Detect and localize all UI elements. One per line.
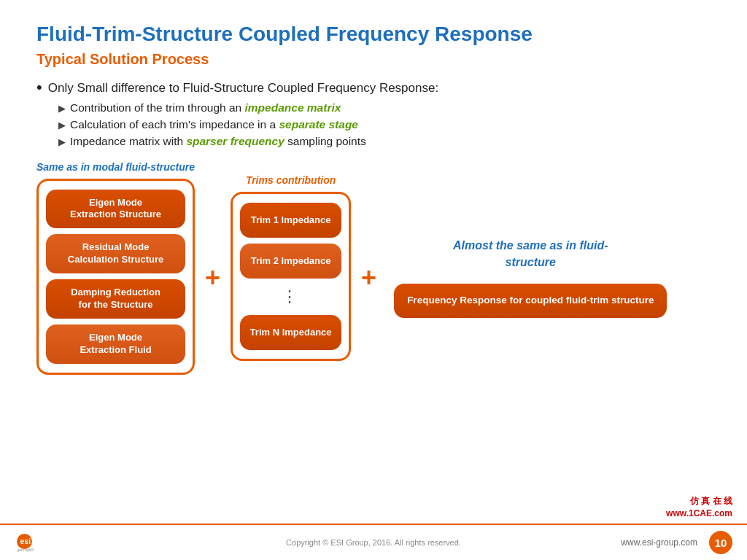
box-damping-reduction: Damping Reductionfor the Structure [46,279,185,319]
svg-text:get it right®: get it right® [18,548,35,552]
footer-copyright: Copyright © ESI Group, 2016. All rights … [286,538,461,547]
footer: esi get it right® Copyright © ESI Group,… [0,524,747,560]
arrow-icon-1: ▶ [58,103,66,114]
sub-bullet-1-text: Contribution of the trim through an impe… [70,101,341,114]
sub-bullet-1: ▶ Contribution of the trim through an im… [58,101,711,114]
highlight-impedance: impedance matrix [245,101,341,114]
bullet-dot: • [36,79,42,96]
dots-separator: ⋮ [240,284,341,309]
box-residual-mode: Residual ModeCalculation Structure [46,234,185,273]
bullet-section: • Only Small difference to Fluid-Structu… [36,81,711,148]
slide-subtitle: Typical Solution Process [36,51,711,68]
watermark-line2: www.1CAE.com [666,508,732,520]
left-box-group: Eigen ModeExtraction Structure Residual … [36,179,195,375]
almost-label: Almost the same as in fluid-structure [450,238,611,271]
highlight-sparser: sparser frequency [186,135,284,147]
box-trim1: Trim 1 Impedance [240,203,341,238]
watermark: 仿 真 在 线 www.1CAE.com [666,495,732,520]
box-eigen-mode-structure: Eigen ModeExtraction Structure [46,190,185,229]
slide-title: Fluid-Trim-Structure Coupled Frequency R… [36,22,711,47]
box-eigen-mode-fluid: Eigen ModeExtraction Fluid [46,324,185,364]
page-number: 10 [709,531,732,554]
esi-logo-svg: esi get it right® [15,530,58,555]
plus-icon-2: + [361,262,376,293]
label-left: Same as in modal fluid-structure [36,161,195,173]
watermark-line1: 仿 真 在 线 [666,495,732,508]
sub-bullet-3: ▶ Impedance matrix with sparser frequenc… [58,135,711,148]
footer-website: www.esi-group.com [621,537,697,548]
footer-logo: esi get it right® [15,530,58,555]
sub-bullet-3-text: Impedance matrix with sparser frequency … [70,135,366,148]
arrow-icon-3: ▶ [58,136,66,147]
result-box: Frequency Response for coupled fluid-tri… [394,284,667,318]
left-group-col: Same as in modal fluid-structure Eigen M… [36,161,195,375]
slide: Fluid-Trim-Structure Coupled Frequency R… [0,0,747,560]
highlight-separate: separate stage [279,118,358,131]
label-middle: Trims contribution [231,174,351,186]
footer-right: www.esi-group.com 10 [621,531,732,554]
svg-text:esi: esi [20,537,31,545]
box-trimN: Trim N Impedance [240,315,341,350]
box-trim2: Trim 2 Impedance [240,244,341,279]
main-bullet-text: Only Small difference to Fluid-Structure… [48,81,438,96]
sub-bullet-2-text: Calculation of each trim's impedance in … [70,118,358,131]
diagram-area: Same as in modal fluid-structure Eigen M… [36,161,711,375]
arrow-icon-2: ▶ [58,120,66,131]
sub-bullet-2: ▶ Calculation of each trim's impedance i… [58,118,711,131]
main-bullet: • Only Small difference to Fluid-Structu… [36,81,711,96]
middle-group-col: Trims contribution Trim 1 Impedance Trim… [231,174,351,361]
right-section: Almost the same as in fluid-structure Fr… [394,238,667,318]
plus-icon-1: + [205,262,220,293]
trims-box-group: Trim 1 Impedance Trim 2 Impedance ⋮ Trim… [231,192,351,361]
